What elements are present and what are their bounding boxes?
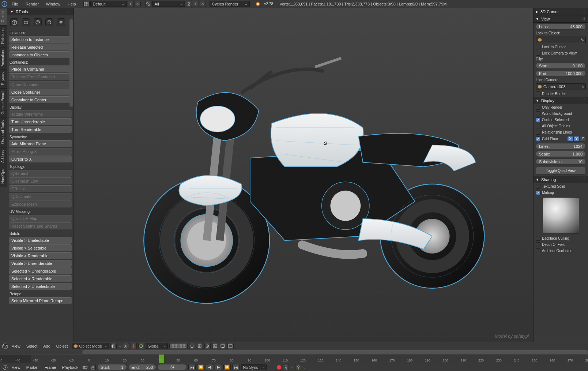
vt-object[interactable]: Object [54,343,70,349]
qrelax-button[interactable]: QRelax [9,185,72,192]
section-display[interactable]: ▼ Display ⠿ [534,97,588,104]
local-camera-field[interactable]: Camera.003× [536,83,586,90]
jump-start-icon[interactable]: ⏮ [188,364,196,370]
snap-icon[interactable] [189,343,195,349]
play-reverse-icon[interactable]: ◀ [206,364,213,370]
autokey-record-icon[interactable] [277,365,281,370]
render-border-checkbox[interactable] [536,91,540,96]
3d-viewport[interactable]: S [74,8,533,342]
depth-of-field-checkbox[interactable] [536,242,540,247]
world-bg-checkbox[interactable] [536,111,540,116]
mirror-along-x-button[interactable]: Mirror Along X [9,148,72,155]
visible-unelectable-button[interactable]: Visible > Unelectable [9,237,72,244]
cylinder-icon[interactable] [45,18,53,26]
qdecimate-button[interactable]: QDecimate [9,193,72,200]
visible-unrenderable-button[interactable]: Visible > Unrenderable [9,260,72,267]
release-from-container-button[interactable]: Release From Container [9,73,72,80]
visible-selectable-button[interactable]: Visible > Selectable [9,244,72,252]
play-icon[interactable]: ▶ [215,364,222,370]
section-shading[interactable]: ▼ Shading ⠿ [534,176,588,183]
vt-add[interactable]: Add [41,343,53,349]
timeline-ruler[interactable]: -50-40-30-20-100102030405060708090100110… [0,354,588,363]
instances-to-objects-button[interactable]: Instances to Objects [9,51,72,59]
cursor-to-x-button[interactable]: Cursor to X [9,155,72,163]
add-mirrored-plane-button[interactable]: Add Mirrored Plane [9,140,72,147]
panel-grip-icon[interactable]: ⠿ [67,9,71,14]
selection-to-instance-button[interactable]: Selection to Instance [9,36,72,43]
sphere-icon[interactable] [34,18,42,26]
pivot-icon[interactable] [123,343,129,349]
scene-add[interactable]: + [193,1,199,7]
release-selected-button[interactable]: Release Selected [9,44,72,51]
render-preview-icon[interactable] [212,343,218,349]
jump-end-icon[interactable]: ⏭ [232,364,240,370]
snap-type-icon[interactable] [197,343,203,349]
sync-dropdown[interactable]: No Sync [241,364,267,370]
scene-dropdown[interactable]: All [152,1,185,7]
mode-dropdown[interactable]: Object Mode [72,343,109,349]
axis-y[interactable]: Y [573,136,580,142]
menu-render[interactable]: Render [23,1,42,7]
lock-object-field[interactable]: ✎ [536,37,586,43]
selected-unrenderable-button[interactable]: Selected > Unrenderable [9,267,72,275]
all-origins-checkbox[interactable] [536,124,540,128]
bb-marker[interactable]: Marker [24,364,41,370]
timeline-editor-icon[interactable] [2,364,8,370]
selected-unselectable-button[interactable]: Selected > Unselectable [9,283,72,290]
grip-icon[interactable]: ⠿ [582,177,586,182]
bb-view[interactable]: View [10,364,23,370]
lock-cursor-checkbox[interactable] [536,45,540,49]
grip-icon[interactable]: ⠿ [582,16,586,21]
vt-view[interactable]: View [10,343,23,349]
proportional-icon[interactable] [204,343,211,349]
axis-x[interactable]: X [567,136,573,142]
qremesh-button[interactable]: QRemesh [9,170,72,177]
explode-mesh-button[interactable]: Explode Mesh [9,201,72,208]
menu-help[interactable]: Help [65,1,79,7]
quick-uv-map-button[interactable]: Quick UV Map [9,215,72,222]
layout-add[interactable]: + [128,1,134,7]
timeline[interactable]: -50-40-30-20-100102030405060708090100110… [0,350,588,363]
tab-animation[interactable]: Animation [0,47,7,69]
tab-physics[interactable]: Physics [0,69,7,88]
plane-icon[interactable] [22,18,30,26]
grid-floor-checkbox[interactable] [536,136,540,141]
visible-renderable-button[interactable]: Visible > Renderable [9,252,72,259]
setup-mirrored-plane-retopo-button[interactable]: Setup Mirrored Plane Retopo [9,297,72,304]
range-icon[interactable] [82,364,88,370]
clip-start-field[interactable]: Start:0.100 [536,63,586,69]
container-to-center-button[interactable]: Container to Center [9,96,72,104]
menu-file[interactable]: File [9,1,21,7]
lens-field[interactable]: Lens:45.000 [536,23,586,30]
orientation-dropdown[interactable]: Global [146,343,168,349]
render-anim-icon[interactable] [227,343,234,349]
engine-dropdown[interactable]: Cycles Render [210,1,250,7]
selected-renderable-button[interactable]: Selected > Renderable [9,275,72,282]
grip-icon[interactable]: ⠿ [582,98,586,103]
render-viewport-icon[interactable] [220,343,226,349]
reset-seams-and-sharps-button[interactable]: Reset Seams and Sharps [9,222,72,230]
qremesh-low-button[interactable]: QRemesh Low [9,177,72,185]
lock-camera-checkbox[interactable] [536,51,540,56]
start-frame-field[interactable]: Start:1 [97,364,127,370]
layout-icon[interactable] [83,1,90,7]
ambient-occlusion-checkbox[interactable] [536,248,540,253]
vt-select[interactable]: Select [24,343,40,349]
keyframe-prev-icon[interactable]: ⏪ [197,364,204,370]
outline-selected-checkbox[interactable] [536,117,540,122]
section-3d-cursor[interactable]: ▶ 3D Cursor ⠿ [534,8,588,15]
toggle-quad-view-button[interactable]: Toggle Quad View [536,167,586,175]
only-render-checkbox[interactable] [536,105,540,110]
tab-addons[interactable]: Addons [0,147,7,166]
keying-set-icon[interactable] [283,364,289,370]
axis-z[interactable]: Z [580,136,586,142]
keyframe-next-icon[interactable]: ⏩ [223,364,231,370]
keying-dropdown-icon[interactable] [295,364,301,370]
grip-icon[interactable]: ⠿ [582,9,586,14]
textured-solid-checkbox[interactable] [536,184,540,189]
editor-type-icon[interactable] [2,343,8,349]
eye-icon[interactable] [57,18,65,26]
section-view[interactable]: ▼ View ⠿ [534,15,588,23]
shading-mode-icon[interactable] [110,343,117,349]
tab-create[interactable]: Create [0,8,7,25]
